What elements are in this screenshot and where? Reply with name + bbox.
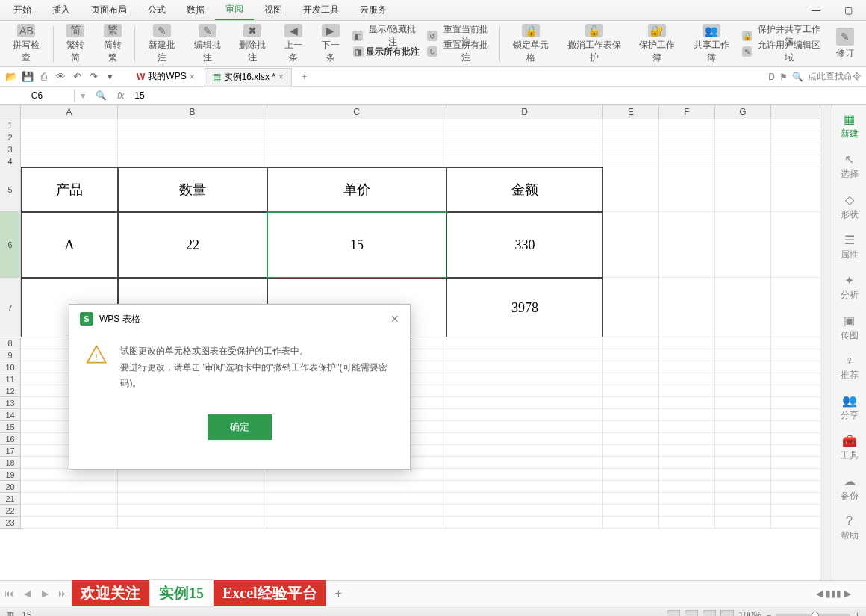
fx-icon[interactable]: fx <box>111 90 130 101</box>
cell[interactable] <box>118 481 267 493</box>
spellcheck-button[interactable]: AB拼写检查 <box>4 22 49 66</box>
cell[interactable] <box>659 397 715 409</box>
protect-workbook-button[interactable]: 🔐保护工作簿 <box>631 22 684 66</box>
row-header[interactable]: 11 <box>0 373 20 385</box>
cell[interactable] <box>118 505 267 517</box>
edit-comment-button[interactable]: ✎编辑批注 <box>185 22 229 66</box>
cell[interactable] <box>715 421 771 433</box>
cell[interactable] <box>659 385 715 397</box>
cell[interactable]: 产品 <box>21 167 118 212</box>
cell[interactable] <box>446 373 603 385</box>
row-header[interactable]: 22 <box>0 505 20 517</box>
cell[interactable] <box>267 119 446 131</box>
cell[interactable] <box>603 143 659 155</box>
col-header-g[interactable]: G <box>715 105 771 119</box>
cell[interactable] <box>715 212 771 278</box>
row-header[interactable]: 20 <box>0 481 20 493</box>
zoom-out-button[interactable]: − <box>766 610 771 617</box>
side-send[interactable]: ▣传图 <box>833 311 866 345</box>
side-select[interactable]: ↖选择 <box>833 149 866 184</box>
workbook-tab[interactable]: ▤实例16.xlsx *× <box>205 68 292 86</box>
save-icon[interactable]: 💾 <box>21 70 34 84</box>
sheet-tab-1[interactable]: 欢迎关注 <box>72 580 149 606</box>
cell[interactable] <box>446 457 603 469</box>
cell[interactable] <box>715 469 771 481</box>
side-tool[interactable]: 🧰工具 <box>833 431 866 465</box>
cell[interactable] <box>603 167 659 212</box>
cell[interactable] <box>715 385 771 397</box>
cell[interactable] <box>118 131 267 143</box>
row-header[interactable]: 10 <box>0 361 20 373</box>
cell[interactable] <box>715 481 771 493</box>
view-read-icon[interactable] <box>720 610 734 617</box>
view-normal-icon[interactable] <box>667 610 680 617</box>
row-header[interactable]: 15 <box>0 421 20 433</box>
new-tab-button[interactable]: + <box>293 69 315 85</box>
cell[interactable] <box>715 143 771 155</box>
share-workbook-button[interactable]: 👥共享工作簿 <box>685 22 738 66</box>
cell[interactable] <box>659 278 715 337</box>
menu-layout[interactable]: 页面布局 <box>81 1 137 19</box>
col-header-e[interactable]: E <box>603 105 659 119</box>
cell[interactable] <box>446 493 603 505</box>
cell[interactable]: A <box>21 212 118 278</box>
col-header-f[interactable]: F <box>659 105 715 119</box>
cell[interactable] <box>659 421 715 433</box>
cell[interactable] <box>118 469 267 481</box>
track-changes-button[interactable]: ✎修订 <box>829 22 862 66</box>
simp-to-trad-button[interactable]: 繁简转繁 <box>95 22 130 66</box>
cell[interactable] <box>603 361 659 373</box>
cell[interactable]: 15 <box>267 212 446 278</box>
cell[interactable] <box>715 433 771 445</box>
cell[interactable] <box>715 337 771 349</box>
cell[interactable] <box>21 155 118 167</box>
unprotect-sheet-button[interactable]: 🔓撤消工作表保护 <box>559 22 629 66</box>
cell[interactable] <box>603 517 659 529</box>
menu-view[interactable]: 视图 <box>254 1 293 19</box>
next-comment-button[interactable]: ▶下一条 <box>313 22 348 66</box>
cell[interactable] <box>446 143 603 155</box>
menu-start[interactable]: 开始 <box>3 1 42 19</box>
cell[interactable] <box>715 493 771 505</box>
cell[interactable] <box>715 349 771 361</box>
cell[interactable] <box>603 469 659 481</box>
side-recommend[interactable]: ♀推荐 <box>833 351 866 385</box>
cell[interactable] <box>21 469 118 481</box>
cell[interactable] <box>715 457 771 469</box>
row-header[interactable]: 5 <box>0 167 20 212</box>
side-share[interactable]: 👥分享 <box>833 391 866 425</box>
row-header[interactable]: 1 <box>0 119 20 131</box>
search-input[interactable]: 点此查找命令 <box>808 70 862 83</box>
cell[interactable] <box>715 131 771 143</box>
cell[interactable] <box>267 155 446 167</box>
cell[interactable] <box>446 337 603 349</box>
cell[interactable] <box>659 481 715 493</box>
cell[interactable] <box>603 505 659 517</box>
cell[interactable] <box>659 349 715 361</box>
cell[interactable] <box>267 481 446 493</box>
cell[interactable] <box>603 212 659 278</box>
formula-input[interactable]: 15 <box>130 90 866 101</box>
sheet-nav-last[interactable]: ⏭ <box>54 588 72 599</box>
cell[interactable]: 数量 <box>118 167 267 212</box>
cell[interactable] <box>21 131 118 143</box>
col-header-b[interactable]: B <box>118 105 267 119</box>
cell[interactable] <box>715 505 771 517</box>
cell[interactable] <box>603 445 659 457</box>
close-icon[interactable]: × <box>190 72 195 82</box>
cell[interactable] <box>21 481 118 493</box>
cell[interactable] <box>21 143 118 155</box>
row-header[interactable]: 19 <box>0 469 20 481</box>
cell[interactable] <box>446 361 603 373</box>
more-icon[interactable]: ▾ <box>103 70 116 84</box>
cell[interactable] <box>715 517 771 529</box>
menu-formula[interactable]: 公式 <box>137 1 176 19</box>
cell[interactable] <box>446 349 603 361</box>
sheet-nav-prev[interactable]: ◀ <box>18 588 36 599</box>
cell[interactable] <box>267 143 446 155</box>
cell[interactable] <box>267 469 446 481</box>
cell[interactable] <box>603 433 659 445</box>
showhide-comment-button[interactable]: ◧显示/隐藏批注 <box>349 28 423 43</box>
delete-comment-button[interactable]: ✖删除批注 <box>231 22 275 66</box>
prev-comment-button[interactable]: ◀上一条 <box>276 22 311 66</box>
